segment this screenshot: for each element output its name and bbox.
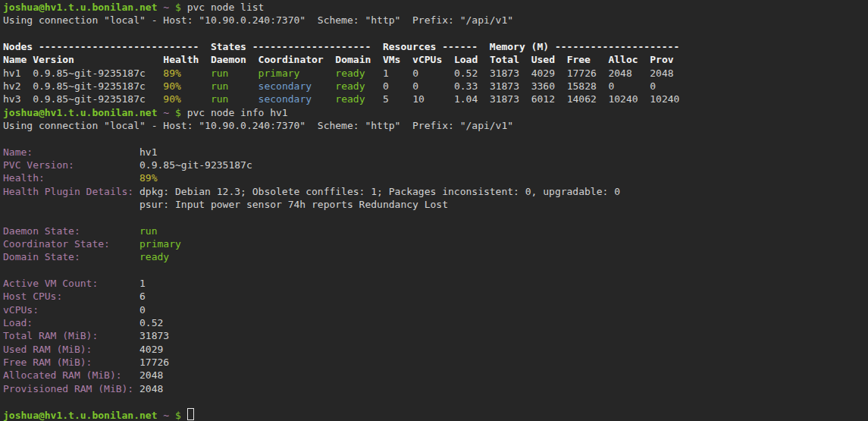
coordinator-state: secondary	[259, 93, 312, 105]
spacing	[92, 344, 139, 355]
spacing	[133, 383, 139, 394]
spacing	[146, 68, 163, 79]
spacing	[74, 159, 139, 171]
spacing	[389, 93, 412, 105]
daemon-state: run	[211, 68, 228, 79]
text-segment: Nodes ---------------------------	[3, 41, 199, 52]
text-segment: 0.52	[454, 68, 478, 79]
prompt-dollar: $	[175, 2, 181, 13]
info-row-health-plugin-details-cont: psur: Input power sensor 74h reports Red…	[0, 198, 868, 211]
spacing	[3, 199, 139, 210]
domain-state: ready	[335, 80, 365, 92]
field-value: 17726	[139, 357, 169, 368]
info-row-coordinator-state: Coordinator State: primary	[0, 237, 868, 250]
field-value: primary	[139, 238, 181, 250]
terminal-screen[interactable]: joshua@hv1.t.u.bonilan.net ~ $ pvc node …	[0, 0, 868, 421]
spacing	[478, 54, 490, 65]
spacing	[400, 54, 412, 65]
field-value: ready	[139, 251, 169, 262]
spacing	[20, 80, 33, 92]
info-row-name: Name: hv1	[0, 146, 868, 159]
blank-line	[0, 211, 868, 224]
spacing	[614, 80, 650, 92]
text-segment: Domain	[335, 54, 371, 65]
spacing	[371, 41, 383, 52]
blank-line	[0, 264, 868, 277]
spacing	[312, 93, 335, 105]
text-segment: Free	[567, 54, 591, 65]
field-label: Load:	[3, 317, 33, 328]
spacing	[519, 93, 531, 105]
text-segment: 15828	[567, 80, 597, 92]
spacing	[389, 80, 412, 92]
command-text: pvc node list	[181, 2, 265, 13]
field-label: Used RAM (MiB):	[3, 344, 92, 355]
spacing	[478, 68, 490, 79]
spacing	[371, 54, 383, 65]
prompt-dollar: $	[175, 410, 181, 421]
text-segment	[181, 410, 187, 421]
connection-info-line: Using connection "local" - Host: "10.90.…	[0, 14, 868, 27]
text-segment: 4029	[531, 68, 555, 79]
info-row-domain-state: Domain State: ready	[0, 250, 868, 263]
prompt-line-2: joshua@hv1.t.u.bonilan.net ~ $ pvc node …	[0, 106, 868, 119]
text-segment: Name	[3, 54, 27, 65]
text-segment: Using connection "local" - Host: "10.90.…	[3, 14, 513, 26]
spacing	[555, 68, 567, 79]
text-segment	[169, 107, 175, 118]
spacing	[20, 93, 33, 105]
spacing	[199, 54, 211, 65]
spacing	[299, 68, 335, 79]
spacing	[146, 80, 163, 92]
text-segment: Coordinator	[259, 54, 324, 65]
spacing	[228, 68, 258, 79]
blank-line	[0, 132, 868, 145]
text-segment: vCPUs	[412, 54, 442, 65]
spacing	[133, 186, 139, 197]
spacing	[324, 54, 336, 65]
spacing	[199, 41, 211, 52]
field-label: Free RAM (MiB):	[3, 357, 92, 368]
connection-info-line: Using connection "local" - Host: "10.90.…	[0, 119, 868, 132]
spacing	[478, 41, 490, 52]
spacing	[312, 80, 335, 92]
text-segment: 10240	[608, 93, 638, 105]
table-column-header: Name Version Health Daemon Coordinator D…	[0, 53, 868, 66]
text-segment: States --------------------	[211, 41, 371, 52]
text-segment: 10	[412, 93, 425, 105]
text-segment: Using connection "local" - Host: "10.90.…	[3, 120, 513, 131]
field-label: Total RAM (MiB):	[3, 330, 98, 341]
info-row-allocated-ram: Allocated RAM (MiB): 2048	[0, 369, 868, 382]
spacing	[27, 54, 33, 65]
spacing	[555, 93, 567, 105]
text-segment	[169, 410, 175, 421]
field-value: psur: Input power sensor 74h reports Red…	[139, 199, 448, 210]
field-label: Daemon State:	[3, 225, 80, 237]
node-name: hv1	[3, 68, 20, 79]
text-segment: 5	[383, 93, 389, 105]
field-label: Provisioned RAM (MiB):	[3, 383, 133, 394]
table-row-hv1: hv1 0.9.85~git-9235187c 89% run primary …	[0, 67, 868, 80]
prompt-user-host: joshua@hv1.t.u.bonilan.net	[3, 2, 158, 13]
domain-state: ready	[335, 93, 365, 105]
info-row-provisioned-ram: Provisioned RAM (MiB): 2048	[0, 382, 868, 395]
blank-line	[0, 27, 868, 40]
text-segment: Resources ------	[383, 41, 478, 52]
text-segment: 0	[650, 80, 656, 92]
spacing	[110, 238, 139, 250]
spacing	[98, 278, 139, 289]
spacing	[228, 80, 258, 92]
text-segment: 17726	[567, 68, 597, 79]
spacing	[33, 317, 139, 328]
text-segment: 0	[412, 80, 418, 92]
spacing	[519, 68, 531, 79]
field-label: PVC Version:	[3, 159, 74, 171]
spacing	[228, 93, 258, 105]
text-segment: Used	[531, 54, 555, 65]
text-segment: 1	[383, 68, 389, 79]
spacing	[519, 54, 531, 65]
spacing	[555, 80, 567, 92]
field-value: 2048	[139, 383, 163, 394]
field-value: 31873	[139, 330, 169, 341]
text-segment: 0.9.85~git-9235187c	[33, 68, 146, 79]
